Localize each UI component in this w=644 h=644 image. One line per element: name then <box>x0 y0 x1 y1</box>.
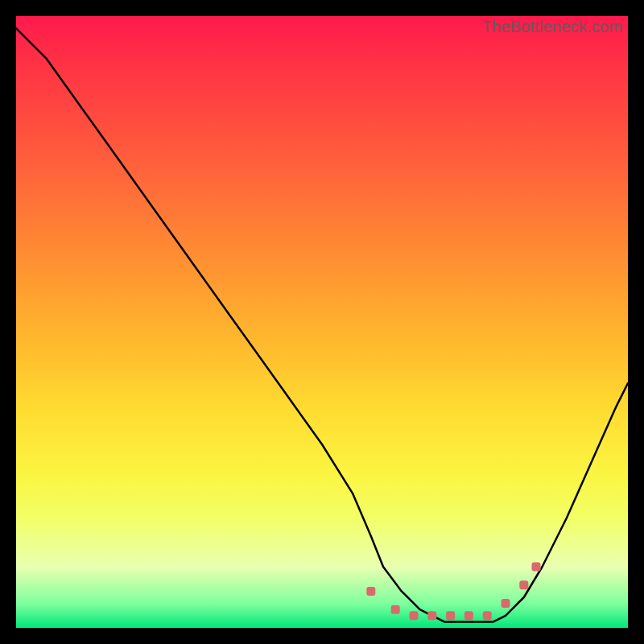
marker-flat-5 <box>464 611 473 620</box>
marker-flat-1 <box>391 605 400 614</box>
marker-right-rise-1 <box>519 580 528 589</box>
marker-flat-4 <box>446 611 455 620</box>
marker-right-flat-end <box>502 599 510 608</box>
bottleneck-curve <box>16 28 628 621</box>
marker-flat-3 <box>427 611 436 620</box>
curve-group <box>16 28 628 621</box>
marker-left-flat-start <box>366 587 375 596</box>
chart-frame: TheBottleneck.com <box>16 16 628 628</box>
marker-flat-2 <box>410 611 419 620</box>
marker-right-rise-2 <box>532 563 541 572</box>
marker-group <box>366 563 540 621</box>
chart-svg <box>16 16 628 628</box>
marker-flat-6 <box>483 611 492 620</box>
